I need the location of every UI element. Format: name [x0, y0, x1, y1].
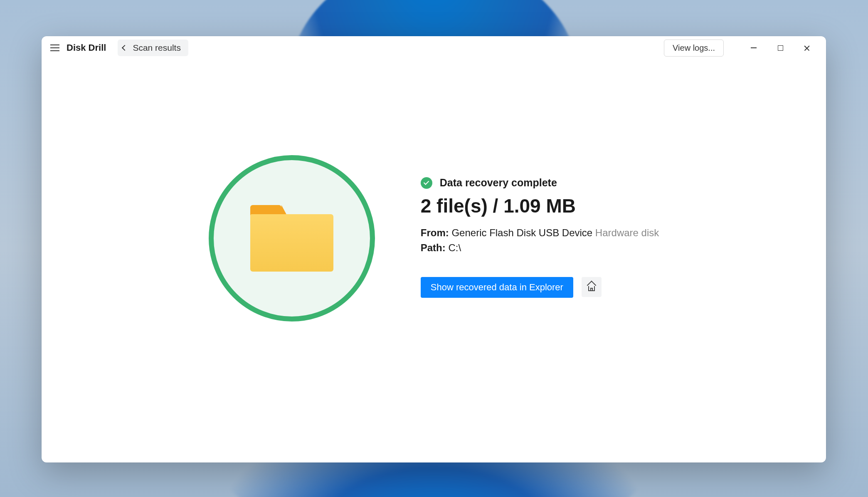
status-row: Data recovery complete	[421, 177, 659, 189]
home-icon	[587, 283, 596, 291]
check-circle-icon	[421, 177, 432, 189]
main-content: Data recovery complete 2 file(s) / 1.09 …	[42, 59, 826, 462]
title-bar: Disk Drill Scan results View logs...	[42, 36, 826, 59]
result-summary: 2 file(s) / 1.09 MB	[421, 195, 659, 217]
window-controls	[740, 39, 820, 57]
path-value: C:\	[448, 242, 461, 253]
status-text: Data recovery complete	[440, 177, 557, 189]
home-button[interactable]	[582, 277, 602, 297]
app-title: Disk Drill	[67, 42, 106, 53]
close-icon	[804, 45, 810, 51]
app-window: Disk Drill Scan results View logs...	[42, 36, 826, 462]
hamburger-icon	[50, 45, 59, 51]
path-label: Path:	[421, 242, 446, 253]
from-device-type: Hardware disk	[595, 227, 659, 238]
breadcrumb-label: Scan results	[133, 43, 181, 53]
close-button[interactable]	[794, 39, 820, 57]
show-in-explorer-button[interactable]: Show recovered data in Explorer	[421, 277, 573, 298]
actions-row: Show recovered data in Explorer	[421, 277, 659, 298]
maximize-button[interactable]	[767, 39, 794, 57]
recovery-info-panel: Data recovery complete 2 file(s) / 1.09 …	[421, 155, 659, 298]
success-illustration	[209, 155, 375, 321]
folder-icon	[250, 205, 333, 272]
back-to-scan-results-button[interactable]: Scan results	[118, 40, 188, 56]
path-row: Path: C:\	[421, 242, 659, 254]
maximize-icon	[778, 45, 783, 51]
minimize-button[interactable]	[740, 39, 767, 57]
from-device: Generic Flash Disk USB Device	[451, 227, 592, 238]
from-label: From:	[421, 227, 449, 238]
from-row: From: Generic Flash Disk USB Device Hard…	[421, 227, 659, 239]
view-logs-button[interactable]: View logs...	[664, 40, 724, 57]
chevron-left-icon	[122, 45, 128, 51]
hamburger-menu-button[interactable]	[47, 40, 62, 55]
minimize-icon	[751, 47, 757, 48]
